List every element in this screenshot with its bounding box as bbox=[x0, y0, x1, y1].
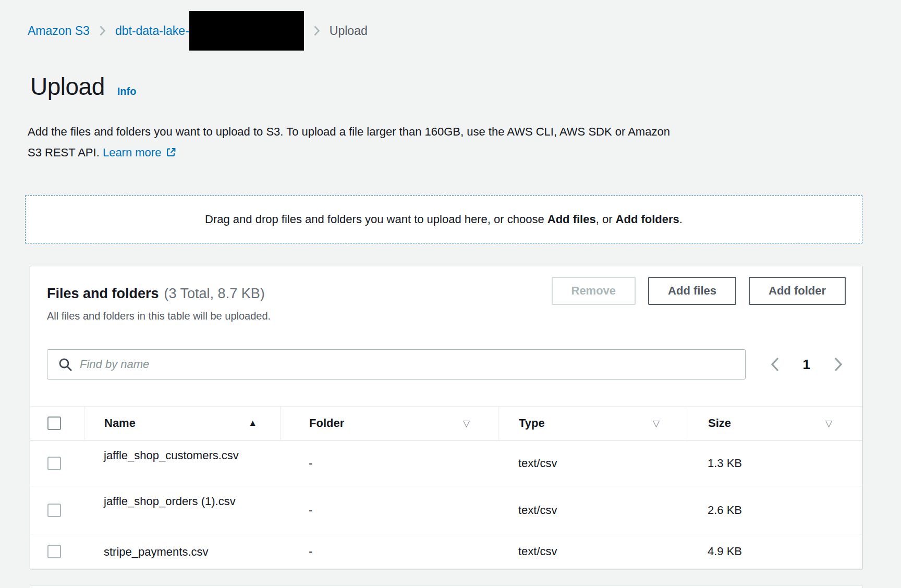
table-row: stripe_payments.csv - text/csv 4.9 KB bbox=[30, 534, 862, 569]
panel-title: Files and folders(3 Total, 8.7 KB) bbox=[47, 283, 271, 304]
sort-toggle-icon: ▽ bbox=[653, 418, 660, 429]
table-row: jaffle_shop_customers.csv - text/csv 1.3… bbox=[30, 440, 862, 486]
external-link-icon bbox=[165, 144, 177, 165]
remove-button[interactable]: Remove bbox=[552, 277, 636, 305]
column-header-name[interactable]: Name ▲ bbox=[84, 407, 280, 440]
search-input[interactable] bbox=[47, 349, 746, 379]
pagination: 1 bbox=[768, 354, 846, 375]
panel-subtitle: All files and folders in this table will… bbox=[47, 308, 271, 324]
add-folder-button[interactable]: Add folder bbox=[749, 277, 846, 305]
breadcrumb-amazon-s3[interactable]: Amazon S3 bbox=[28, 24, 90, 38]
column-header-folder[interactable]: Folder ▽ bbox=[280, 407, 498, 440]
files-table: Name ▲ Folder ▽ Type ▽ Size ▽ jaffle_sho… bbox=[30, 406, 862, 569]
add-files-button[interactable]: Add files bbox=[648, 277, 736, 305]
select-all-cell bbox=[30, 407, 84, 440]
learn-more-link[interactable]: Learn more bbox=[103, 146, 162, 159]
file-size: 4.9 KB bbox=[687, 534, 862, 569]
row-checkbox[interactable] bbox=[47, 457, 61, 470]
description-line1: Add the files and folders you want to up… bbox=[28, 125, 670, 138]
search-icon bbox=[58, 358, 72, 374]
breadcrumb: Amazon S3 dbt-data-lake- Upload bbox=[28, 11, 901, 51]
file-name: jaffle_shop_orders (1).csv bbox=[104, 486, 260, 509]
file-name: stripe_payments.csv bbox=[104, 544, 260, 560]
row-checkbox[interactable] bbox=[47, 504, 61, 517]
previous-page-button[interactable] bbox=[768, 354, 782, 375]
panel-count-summary: (3 Total, 8.7 KB) bbox=[164, 286, 265, 301]
file-folder: - bbox=[280, 534, 498, 569]
file-size: 1.3 KB bbox=[687, 440, 862, 486]
files-panel: Files and folders(3 Total, 8.7 KB) All f… bbox=[30, 266, 862, 569]
breadcrumb-current-upload: Upload bbox=[330, 24, 368, 38]
breadcrumb-bucket-link[interactable]: dbt-data-lake- bbox=[115, 24, 189, 38]
redacted-bucket-name bbox=[189, 11, 304, 51]
dropzone-text: Drag and drop files and folders you want… bbox=[205, 213, 683, 226]
breadcrumb-separator-icon bbox=[313, 25, 320, 36]
sort-toggle-icon: ▽ bbox=[825, 418, 832, 429]
column-header-type[interactable]: Type ▽ bbox=[498, 407, 687, 440]
file-name: jaffle_shop_customers.csv bbox=[104, 440, 260, 463]
file-type: text/csv bbox=[498, 534, 687, 569]
sort-toggle-icon: ▽ bbox=[463, 418, 470, 429]
select-all-checkbox[interactable] bbox=[47, 416, 61, 430]
file-type: text/csv bbox=[498, 440, 687, 486]
page-description: Add the files and folders you want to up… bbox=[28, 121, 872, 165]
file-type: text/csv bbox=[498, 486, 687, 534]
dropzone[interactable]: Drag and drop files and folders you want… bbox=[25, 195, 862, 243]
row-checkbox[interactable] bbox=[47, 545, 61, 558]
file-size: 2.6 KB bbox=[687, 486, 862, 534]
breadcrumb-separator-icon bbox=[99, 25, 106, 36]
page-title: Upload bbox=[30, 72, 105, 101]
description-line2: S3 REST API. bbox=[28, 146, 100, 159]
file-folder: - bbox=[280, 440, 498, 486]
next-section-card bbox=[30, 585, 862, 588]
table-row: jaffle_shop_orders (1).csv - text/csv 2.… bbox=[30, 486, 862, 534]
current-page-number[interactable]: 1 bbox=[803, 357, 810, 373]
column-header-size[interactable]: Size ▽ bbox=[687, 407, 862, 440]
sort-ascending-icon: ▲ bbox=[248, 418, 257, 428]
table-header-row: Name ▲ Folder ▽ Type ▽ Size ▽ bbox=[30, 406, 862, 440]
next-page-button[interactable] bbox=[831, 354, 846, 375]
file-folder: - bbox=[280, 486, 498, 534]
info-link[interactable]: Info bbox=[117, 85, 137, 97]
